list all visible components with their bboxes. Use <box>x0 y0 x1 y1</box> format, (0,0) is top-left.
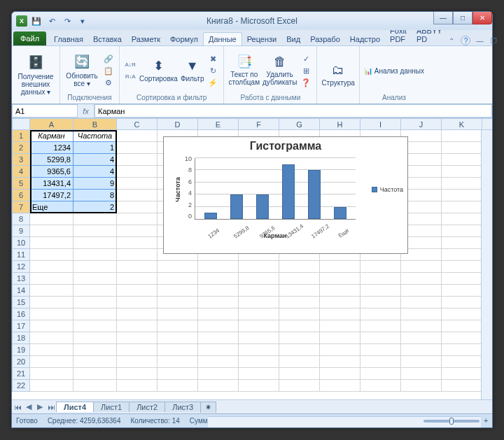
clear-filter-icon[interactable]: ✖ <box>206 53 219 64</box>
tab-addins[interactable]: Надстро <box>345 33 385 45</box>
sheet-tab-1[interactable]: Лист1 <box>93 402 130 412</box>
sheet-tab-2[interactable]: Лист2 <box>129 402 165 412</box>
doc-minimize-icon[interactable]: — <box>475 36 484 45</box>
qat-dropdown-icon[interactable]: ▾ <box>76 15 89 27</box>
group-get-data: 🗄️ Получение внешних данных ▾ <box>12 46 60 104</box>
remove-duplicates-button[interactable]: 🗑 Удалить дубликаты <box>262 55 297 86</box>
legend-label: Частота <box>380 186 403 193</box>
group-label-data-tools: Работа с данными <box>228 94 312 102</box>
x-axis-ticks: 12345299,89365,613431,417497,2Еще <box>195 227 356 234</box>
reapply-icon[interactable]: ↻ <box>206 65 219 76</box>
properties-icon[interactable]: 📋 <box>102 65 115 76</box>
zoom-slider[interactable] <box>424 420 479 423</box>
sort-icon: ⬍ <box>153 59 164 73</box>
status-average: Среднее: 4259,636364 <box>48 417 121 425</box>
fx-icon[interactable]: fx <box>78 104 94 118</box>
data-analysis-button[interactable]: 📊 Анализ данных <box>364 67 424 75</box>
get-external-data-button[interactable]: 🗄️ Получение внешних данных ▾ <box>16 55 55 96</box>
ribbon: 🗄️ Получение внешних данных ▾ 🔄 Обновить… <box>12 45 492 104</box>
sort-button[interactable]: ⬍ Сортировка <box>139 59 178 83</box>
consolidate-icon[interactable]: ⊞ <box>300 65 312 76</box>
refresh-all-button[interactable]: 🔄 Обновить все ▾ <box>64 54 99 87</box>
doc-restore-icon[interactable]: ❐ <box>489 36 498 45</box>
tab-developer[interactable]: Разрабо <box>305 33 345 45</box>
database-icon: 🗄️ <box>26 55 46 71</box>
group-outline: 🗂 Структура <box>317 46 359 104</box>
legend-swatch <box>372 187 377 192</box>
help-icon[interactable]: ? <box>461 36 470 45</box>
tab-formulas[interactable]: Формул <box>165 33 203 45</box>
outline-icon: 🗂 <box>332 64 344 78</box>
whatif-icon[interactable]: ❓ <box>300 77 312 88</box>
tab-data[interactable]: Данные <box>203 32 242 45</box>
filter-icon: ▼ <box>186 59 199 73</box>
formula-bar[interactable] <box>94 104 492 118</box>
next-sheet-icon[interactable]: ▶ <box>34 402 46 411</box>
group-sort-filter: А↓Я Я↓А ⬍ Сортировка ▼ Фильтр ✖ ↻ ⚡ Сорт… <box>120 46 224 104</box>
minimize-button[interactable]: — <box>433 12 453 24</box>
sheet-tab-3[interactable]: Лист3 <box>164 402 201 412</box>
sort-asc-button[interactable]: А↓Я <box>124 59 136 71</box>
group-label-analysis: Анализ <box>364 94 424 102</box>
edit-links-icon[interactable]: ⚙ <box>102 77 115 88</box>
advanced-icon[interactable]: ⚡ <box>206 77 219 88</box>
remove-dup-icon: 🗑 <box>274 55 286 69</box>
excel-icon: X <box>16 15 27 27</box>
excel-window: X 💾 ↶ ↷ ▾ Книга8 - Microsoft Excel — □ ✕… <box>11 11 493 428</box>
close-button[interactable]: ✕ <box>472 12 492 24</box>
redo-icon[interactable]: ↷ <box>61 15 74 27</box>
connections-stack: 🔗 📋 ⚙ <box>102 53 115 88</box>
status-count: Количество: 14 <box>130 417 179 425</box>
new-sheet-button[interactable]: ✷ <box>200 402 216 413</box>
connections-icon[interactable]: 🔗 <box>102 53 115 64</box>
text-to-columns-button[interactable]: 📑 Текст по столбцам <box>228 55 260 86</box>
group-label-sort-filter: Сортировка и фильтр <box>124 94 219 102</box>
undo-icon[interactable]: ↶ <box>46 15 58 27</box>
tab-review[interactable]: Рецензи <box>242 33 282 45</box>
ribbon-tabs: Файл Главная Вставка Разметк Формул Данн… <box>12 30 492 45</box>
plot-area <box>195 158 356 220</box>
filter-button[interactable]: ▼ Фильтр <box>181 59 204 83</box>
tab-view[interactable]: Вид <box>281 33 305 45</box>
chart-legend: Частота <box>372 186 403 193</box>
bars-container <box>195 158 356 219</box>
group-connections: 🔄 Обновить все ▾ 🔗 📋 ⚙ Подключения <box>60 46 120 104</box>
refresh-icon: 🔄 <box>72 54 92 71</box>
first-sheet-icon[interactable]: ⏮ <box>12 403 23 411</box>
maximize-button[interactable]: □ <box>453 12 472 24</box>
sheet-tabs-bar: ⏮ ◀ ▶ ⏭ Лист4 Лист1 Лист2 Лист3 ✷ <box>12 399 492 413</box>
sheet-tab-0[interactable]: Лист4 <box>56 402 94 412</box>
quick-access-toolbar: X 💾 ↶ ↷ ▾ <box>12 15 93 27</box>
y-axis-ticks: 1086420 <box>175 155 192 220</box>
tab-file[interactable]: Файл <box>13 31 46 45</box>
data-validation-icon[interactable]: ✓ <box>300 53 312 64</box>
tab-layout[interactable]: Разметк <box>127 33 165 45</box>
group-label-connections: Подключения <box>64 94 115 102</box>
outline-button[interactable]: 🗂 Структура <box>321 64 354 87</box>
analysis-icon: 📊 <box>364 67 372 75</box>
zoom-in-button[interactable]: + <box>484 417 488 425</box>
vertical-scrollbar[interactable] <box>481 130 492 399</box>
tab-insert[interactable]: Вставка <box>88 33 127 45</box>
minimize-ribbon-icon[interactable]: ⌃ <box>447 36 456 45</box>
worksheet-area[interactable]: ABCDEFGHIJKL1КарманЧастота21234135299,84… <box>12 118 492 399</box>
group-analysis: 📊 Анализ данных Анализ <box>360 46 428 104</box>
name-box[interactable] <box>12 104 78 118</box>
group-data-tools: 📑 Текст по столбцам 🗑 Удалить дубликаты … <box>224 46 317 104</box>
tab-home[interactable]: Главная <box>49 33 88 45</box>
last-sheet-icon[interactable]: ⏭ <box>46 403 57 411</box>
chart-title: Гистограмма <box>164 137 407 155</box>
sort-desc-button[interactable]: Я↓А <box>124 71 136 83</box>
save-icon[interactable]: 💾 <box>30 15 43 27</box>
text-columns-icon: 📑 <box>237 55 252 69</box>
status-ready: Готово <box>16 417 38 425</box>
titlebar: X 💾 ↶ ↷ ▾ Книга8 - Microsoft Excel — □ ✕ <box>12 12 492 30</box>
window-buttons: — □ ✕ <box>433 12 492 24</box>
formula-bar-row: fx <box>12 104 492 118</box>
prev-sheet-icon[interactable]: ◀ <box>23 402 34 411</box>
embedded-chart[interactable]: Гистограмма Частота 1086420 12345299,893… <box>163 136 408 254</box>
